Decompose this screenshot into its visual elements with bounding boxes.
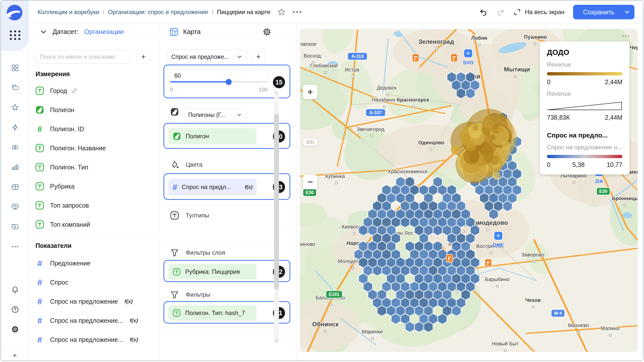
field-row[interactable]: Город [29, 85, 159, 96]
sidebar-item-favorites[interactable] [7, 100, 23, 116]
text-field-icon [35, 220, 44, 229]
sidebar-item-storage[interactable] [7, 219, 23, 235]
legend2-mid: 5,38 [572, 161, 585, 168]
sidebar-item-collections[interactable] [7, 80, 23, 96]
svg-text:Р: Р [487, 260, 490, 265]
breadcrumb-collections[interactable]: Коллекции и воркбуки [37, 9, 99, 16]
add-layer-button[interactable]: + [251, 50, 265, 64]
settings-icon [11, 325, 19, 333]
geopolygon-chip-label: Полигон [186, 133, 209, 140]
svg-text:Зеленоград: Зеленоград [418, 38, 454, 45]
slider-knob[interactable] [226, 79, 232, 85]
funnel-icon [170, 290, 179, 299]
breadcrumb-current: Пиццерии на карте [217, 9, 271, 16]
colors-chip[interactable]: # Спрос на предл... f(x) [169, 179, 257, 195]
linked-icon [11, 143, 19, 151]
sidebar-item-tables[interactable] [7, 179, 23, 195]
link-icon [71, 87, 78, 94]
apps-grid-icon[interactable] [10, 30, 21, 41]
number-field-icon: # [173, 183, 177, 191]
favorite-star-button[interactable] [277, 8, 286, 16]
field-row[interactable]: Рубрика [29, 181, 159, 192]
text-field-icon [173, 309, 181, 317]
chart-settings-gear-icon[interactable] [262, 27, 272, 37]
number-field-icon: # [37, 259, 42, 267]
layer-select-row [170, 107, 179, 116]
add-field-button[interactable]: + [137, 50, 150, 64]
field-row[interactable]: Полигон. Название [29, 143, 159, 154]
svg-text:Черкизово: Черкизово [630, 45, 637, 50]
layer-select-dropdown[interactable]: Полигоны (Г... [184, 109, 246, 121]
scrollbar-thumb[interactable] [274, 114, 279, 290]
field-row[interactable]: Полигон. Тип [29, 162, 159, 173]
fullscreen-button[interactable]: На весь экран [513, 8, 565, 16]
map-more-menu[interactable]: ⋯ [622, 31, 631, 41]
legend-max: 2,44M [605, 78, 622, 86]
play-icon [12, 353, 18, 358]
svg-text:Краснознаменск: Краснознаменск [388, 169, 427, 174]
svg-text:Р: Р [448, 256, 451, 261]
chevron-down-icon [237, 54, 242, 60]
sidebar-item-charts[interactable] [7, 159, 23, 175]
legend-layer2-title: Спрос на предло... [547, 131, 622, 139]
field-row[interactable]: #Спрос на предложение...f(x) [29, 334, 159, 345]
opacity-input[interactable] [170, 70, 268, 82]
field-row[interactable]: Топ компаний [29, 219, 159, 230]
svg-text:✈: ✈ [496, 233, 501, 239]
save-menu-button[interactable] [620, 5, 634, 19]
slider-max-label: 100 [258, 86, 268, 93]
sidebar-item-dashboard[interactable] [7, 60, 23, 76]
number-field-icon: # [37, 316, 42, 325]
breadcrumb-workbook[interactable]: Организации: спрос и предложение [108, 9, 208, 16]
sidebar-item-monitoring[interactable] [7, 199, 23, 215]
svg-text:SVO: SVO [463, 60, 473, 65]
panel-scrollbar[interactable]: ▲ ▼ [274, 90, 279, 344]
redo-button[interactable] [496, 8, 505, 16]
sidebar-item-notifications[interactable] [7, 282, 23, 298]
topbar: Коллекции и воркбуки / Организации: спро… [29, 1, 643, 24]
legend-color-label: Revenue [547, 61, 622, 68]
undo-button[interactable] [479, 8, 488, 16]
sidebar-item-help[interactable] [7, 301, 23, 318]
annotation-box-layer-filter: Рубрика: Пиццерия 12 [164, 260, 290, 282]
field-row[interactable]: #Полигон. ID [29, 123, 159, 134]
measure-select-dropdown[interactable]: Спрос на предложе... [167, 50, 247, 64]
dataset-name-link[interactable]: Организации [84, 28, 124, 36]
sidebar-collapse-button[interactable] [1, 350, 29, 360]
more-actions-button[interactable] [293, 11, 302, 13]
field-row[interactable]: #Предложение [29, 258, 159, 269]
svg-text:Е30: Е30 [599, 189, 607, 194]
map-area: ПокровскоеВосходГлебовскийИстраЗеленогра… [297, 24, 643, 360]
svg-text:Покровское: Покровское [300, 41, 316, 47]
dataset-panel: Датасет: Организации + Измерения ГородПо… [29, 24, 159, 360]
field-row[interactable]: Полигон [29, 104, 159, 115]
map-canvas[interactable]: ПокровскоеВосходГлебовскийИстраЗеленогра… [300, 29, 637, 352]
sidebar-item-more[interactable] [7, 239, 23, 255]
tooltips-section-label: Тултипы [186, 212, 209, 219]
geopolygon-chip[interactable]: Полигон [169, 128, 257, 144]
field-row[interactable]: #Спрос [29, 277, 159, 288]
dataset-header[interactable]: Датасет: Организации [29, 24, 159, 40]
field-row[interactable]: #Спрос на предложениеf(x) [29, 296, 159, 307]
datalens-logo-icon[interactable] [7, 5, 23, 21]
funnel-icon [170, 248, 179, 257]
map-ruler-handle[interactable] [303, 138, 317, 146]
map-legend: ДОДО Revenue 0 2,44M Revenue 738,83К 2,4… [540, 41, 629, 174]
save-button[interactable]: Сохранить [573, 5, 624, 19]
legend-layer2-label: Спрос на предложение н... [547, 144, 622, 151]
svg-text:Глебовский: Глебовский [310, 63, 338, 68]
search-input[interactable] [35, 50, 131, 64]
layer-filter-chip[interactable]: Рубрика: Пиццерия [169, 264, 257, 280]
sidebar-item-linked[interactable] [7, 139, 23, 155]
sidebar-item-quick[interactable] [7, 119, 23, 135]
svg-text:Е101: Е101 [329, 292, 339, 297]
sidebar-item-settings[interactable] [7, 321, 23, 337]
field-row[interactable]: Топ запросов [29, 200, 159, 211]
zoom-in-button[interactable]: + [303, 85, 317, 99]
svg-text:Восход: Восход [304, 53, 321, 59]
layer-filters-label: Фильтры слоя [186, 249, 225, 256]
zoom-out-button[interactable]: − [303, 175, 317, 189]
filter-chip[interactable]: Полигон. Тип: hash_7 [169, 305, 257, 321]
colors-section-label: Цвета [186, 161, 203, 168]
field-row[interactable]: #Спрос на предложение...f(x) [29, 315, 159, 326]
